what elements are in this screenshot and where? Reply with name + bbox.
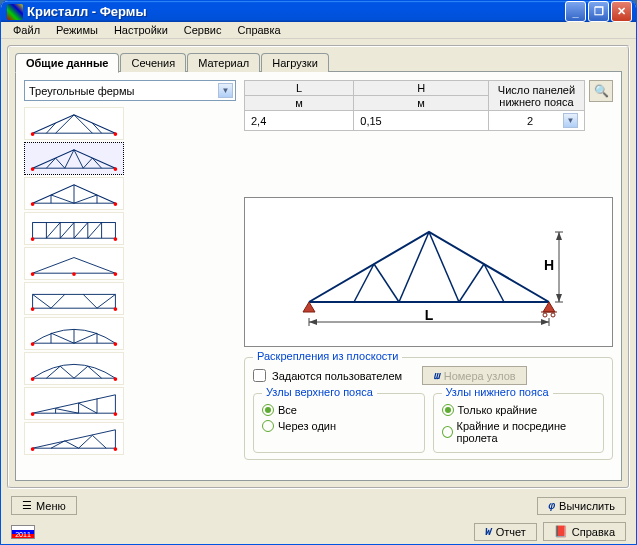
svg-marker-95 xyxy=(556,232,562,240)
svg-point-37 xyxy=(31,272,35,276)
svg-line-9 xyxy=(56,158,65,168)
H-input[interactable]: 0,15 xyxy=(354,111,489,131)
dim-H-label: H xyxy=(543,257,553,273)
svg-line-28 xyxy=(88,222,102,238)
calc-icon: φ xyxy=(548,500,555,512)
col-H-unit: м xyxy=(354,96,489,111)
svg-line-42 xyxy=(51,294,65,308)
svg-line-52 xyxy=(74,333,97,343)
maximize-button[interactable]: ❐ xyxy=(588,1,609,22)
svg-line-79 xyxy=(429,232,459,302)
truss-option-1[interactable] xyxy=(24,107,124,140)
menu-service[interactable]: Сервис xyxy=(176,22,230,38)
svg-marker-96 xyxy=(556,294,562,302)
truss-option-9[interactable] xyxy=(24,387,124,420)
upper-all-radio[interactable]: Все xyxy=(262,402,416,418)
svg-point-67 xyxy=(31,412,35,416)
report-icon: W xyxy=(485,526,492,538)
svg-point-60 xyxy=(31,377,35,381)
col-panels-header: Число панелей нижнего пояса xyxy=(489,81,585,111)
svg-line-10 xyxy=(65,149,74,167)
menubar: Файл Режимы Настройки Сервис Справка xyxy=(1,22,636,39)
tab-sections[interactable]: Сечения xyxy=(120,53,186,72)
menu-button[interactable]: ☰ Меню xyxy=(11,496,77,515)
menu-help[interactable]: Справка xyxy=(229,22,288,38)
truss-option-8[interactable] xyxy=(24,352,124,385)
upper-nodes-groupbox: Узлы верхнего пояса Все Через один xyxy=(253,393,425,453)
bracing-groupbox: Раскрепления из плоскости Задаются польз… xyxy=(244,357,613,460)
client-area: Общие данные Сечения Материал Нагрузки Т… xyxy=(1,39,636,545)
L-input[interactable]: 2,4 xyxy=(245,111,354,131)
tab-material[interactable]: Материал xyxy=(187,53,260,72)
svg-marker-82 xyxy=(303,302,315,312)
tab-strip: Общие данные Сечения Материал Нагрузки xyxy=(15,53,622,72)
close-button[interactable]: ✕ xyxy=(611,1,632,22)
menu-icon: ☰ xyxy=(22,499,32,512)
svg-line-66 xyxy=(79,403,97,413)
svg-line-43 xyxy=(83,294,97,308)
svg-marker-83 xyxy=(543,302,555,312)
truss-option-5[interactable] xyxy=(24,247,124,280)
upper-every2-radio[interactable]: Через один xyxy=(262,418,416,434)
menu-file[interactable]: Файл xyxy=(5,22,48,38)
lower-nodes-groupbox: Узлы нижнего пояса Только крайние Крайни… xyxy=(433,393,605,453)
titlebar[interactable]: Кристалл - Фермы _ ❐ ✕ xyxy=(1,1,636,22)
dim-L-label: L xyxy=(424,307,433,323)
truss-option-7[interactable] xyxy=(24,317,124,350)
svg-line-26 xyxy=(60,222,74,238)
parameter-table: L H Число панелей нижнего пояса м м 2,4 … xyxy=(244,80,613,131)
minimize-button[interactable]: _ xyxy=(565,1,586,22)
node-numbers-button: ɯ Номера узлов xyxy=(422,366,527,385)
truss-type-combo[interactable]: Треугольные фермы ▼ xyxy=(24,80,236,101)
magnifier-icon: 🔍 xyxy=(594,84,609,98)
panels-combo[interactable]: 2 ▼ xyxy=(489,111,585,131)
preview-zoom-button[interactable]: 🔍 xyxy=(589,80,613,102)
svg-point-15 xyxy=(114,167,118,171)
lower-endsmid-radio[interactable]: Крайние и посредине пролета xyxy=(442,418,596,446)
svg-point-54 xyxy=(114,342,118,346)
truss-option-4[interactable] xyxy=(24,212,124,245)
svg-line-51 xyxy=(51,333,74,343)
truss-option-10[interactable] xyxy=(24,422,124,455)
svg-point-39 xyxy=(114,272,118,276)
truss-option-3[interactable] xyxy=(24,177,124,210)
truss-preview: L H xyxy=(244,197,613,347)
calculate-button[interactable]: φ Вычислить xyxy=(537,497,626,515)
svg-line-57 xyxy=(60,366,74,378)
tab-loads[interactable]: Нагрузки xyxy=(261,53,329,72)
svg-line-2 xyxy=(74,114,92,132)
svg-point-34 xyxy=(31,237,35,241)
svg-marker-91 xyxy=(541,319,549,325)
svg-line-11 xyxy=(74,149,83,167)
chevron-down-icon: ▼ xyxy=(563,113,578,128)
svg-point-14 xyxy=(31,167,35,171)
svg-point-45 xyxy=(31,307,35,311)
menu-settings[interactable]: Настройки xyxy=(106,22,176,38)
svg-point-46 xyxy=(114,307,118,311)
flag-icon: 2011 xyxy=(11,525,35,539)
nodes-icon: ɯ xyxy=(433,369,440,382)
truss-option-2[interactable] xyxy=(24,142,124,175)
svg-line-72 xyxy=(92,435,106,448)
truss-type-value: Треугольные фермы xyxy=(29,85,218,97)
svg-line-70 xyxy=(65,440,79,447)
report-button[interactable]: W Отчет xyxy=(474,523,537,541)
svg-line-65 xyxy=(56,408,79,413)
lower-endsonly-radio[interactable]: Только крайние xyxy=(442,402,596,418)
svg-line-21 xyxy=(74,194,97,202)
col-L-unit: м xyxy=(245,96,354,111)
bottom-toolbar: ☰ Меню φ Вычислить xyxy=(7,493,630,518)
svg-line-80 xyxy=(459,264,484,302)
svg-point-86 xyxy=(551,313,555,317)
truss-option-6[interactable] xyxy=(24,282,124,315)
svg-marker-90 xyxy=(309,319,317,325)
svg-point-68 xyxy=(114,412,118,416)
col-H-header: H xyxy=(354,81,489,96)
tab-general[interactable]: Общие данные xyxy=(15,53,119,73)
bottom-toolbar-2: 2011 W Отчет 📕 Справка xyxy=(7,522,630,544)
svg-point-61 xyxy=(114,377,118,381)
help-button[interactable]: 📕 Справка xyxy=(543,522,626,541)
userdef-checkbox[interactable]: Задаются пользователем xyxy=(253,369,402,382)
svg-line-27 xyxy=(74,222,88,238)
menu-modes[interactable]: Режимы xyxy=(48,22,106,38)
